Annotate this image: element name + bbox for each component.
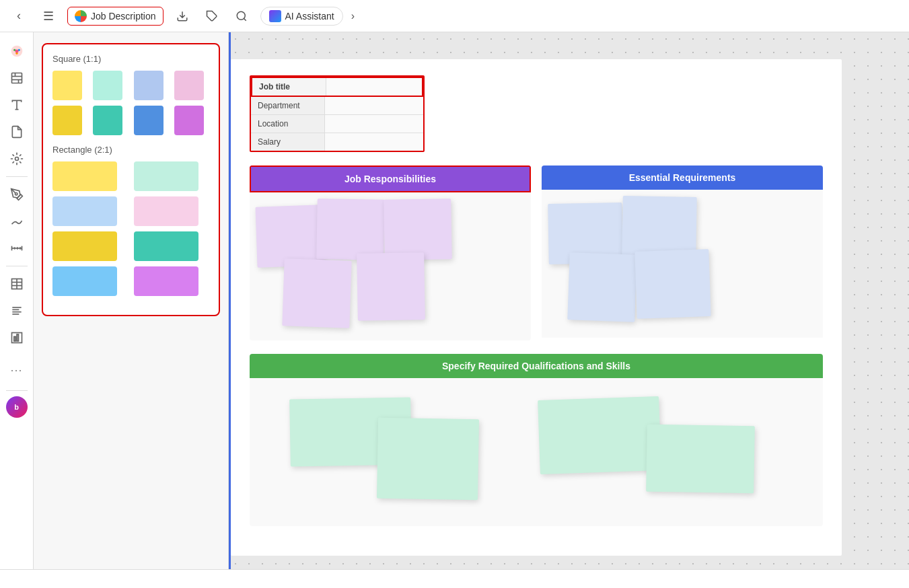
salary-row: Salary bbox=[251, 133, 423, 151]
frame-tool[interactable] bbox=[5, 66, 29, 90]
svg-line-2 bbox=[244, 18, 246, 20]
shapes-tool[interactable] bbox=[5, 147, 29, 171]
download-button[interactable] bbox=[172, 5, 193, 27]
square-mint[interactable] bbox=[93, 71, 122, 100]
expand-button[interactable]: › bbox=[351, 10, 355, 22]
responsibilities-section: Job Responsibilities bbox=[250, 166, 531, 340]
square-section-title: Square (1:1) bbox=[52, 54, 209, 64]
palette-tool[interactable] bbox=[5, 39, 29, 63]
salary-value bbox=[325, 133, 423, 151]
square-pink[interactable] bbox=[174, 71, 204, 100]
square-yellow[interactable] bbox=[52, 71, 82, 100]
shape-panel: Square (1:1) Rectangle (2:1) bbox=[34, 32, 229, 569]
text2-tool[interactable] bbox=[5, 299, 29, 323]
square-yellow2[interactable] bbox=[52, 106, 82, 135]
department-label: Department bbox=[251, 97, 325, 114]
tool-sidebar: ··· b bbox=[0, 32, 34, 569]
requirements-section: Essential Requirements bbox=[542, 166, 823, 340]
tab-title: Job Description bbox=[91, 11, 156, 22]
sticky-q2[interactable] bbox=[377, 418, 479, 501]
tag-button[interactable] bbox=[201, 5, 223, 27]
chart-tool[interactable] bbox=[5, 326, 29, 350]
bottom-bar bbox=[0, 569, 909, 588]
sticky-4[interactable] bbox=[282, 258, 351, 328]
responsibilities-body bbox=[250, 192, 531, 340]
rect-purple2[interactable] bbox=[134, 266, 198, 296]
sticky-q4[interactable] bbox=[646, 425, 755, 494]
rect-teal[interactable] bbox=[134, 231, 198, 261]
sticky-tool[interactable] bbox=[5, 120, 29, 144]
square-grid bbox=[52, 71, 209, 135]
shape-panel-inner: Square (1:1) Rectangle (2:1) bbox=[42, 43, 220, 316]
back-button[interactable]: ‹ bbox=[8, 5, 30, 27]
canvas-board: Job title Department Location Salary bbox=[231, 59, 842, 556]
svg-rect-8 bbox=[11, 73, 22, 83]
job-title-row: Job title bbox=[251, 77, 423, 97]
svg-point-7 bbox=[15, 50, 18, 53]
pen-tool[interactable] bbox=[5, 182, 29, 207]
rect-sky[interactable] bbox=[52, 266, 117, 296]
user-avatar[interactable]: b bbox=[6, 396, 28, 418]
square-blue[interactable] bbox=[134, 71, 163, 100]
sticky-q3[interactable] bbox=[538, 396, 661, 474]
sticky-5[interactable] bbox=[357, 252, 425, 321]
job-info-table: Job title Department Location Salary bbox=[250, 75, 425, 152]
document-tab[interactable]: Job Description bbox=[67, 7, 163, 26]
rect-lpink[interactable] bbox=[134, 196, 198, 226]
topbar: ‹ ☰ Job Description AI Assistant › bbox=[0, 0, 909, 32]
menu-button[interactable]: ☰ bbox=[38, 5, 59, 27]
qualifications-header: Specify Required Qualifications and Skil… bbox=[250, 354, 823, 378]
salary-label: Salary bbox=[251, 133, 325, 151]
rect-lblue[interactable] bbox=[52, 196, 117, 226]
rect-yellow[interactable] bbox=[52, 161, 117, 191]
table-tool[interactable] bbox=[5, 272, 29, 296]
main-area: ··· b Square (1:1) Rectangle (2:1) bbox=[0, 32, 909, 569]
sticky-2[interactable] bbox=[316, 198, 385, 260]
department-row: Department bbox=[251, 97, 423, 115]
text-tool[interactable] bbox=[5, 93, 29, 117]
doc-icon bbox=[75, 10, 87, 22]
rect-mint[interactable] bbox=[134, 161, 198, 191]
rect-section-title: Rectangle (2:1) bbox=[52, 145, 209, 155]
svg-rect-32 bbox=[13, 336, 15, 341]
location-value bbox=[325, 115, 423, 133]
svg-rect-33 bbox=[17, 334, 19, 341]
square-blue2[interactable] bbox=[134, 106, 163, 135]
sticky-r2[interactable] bbox=[622, 196, 697, 258]
ai-assistant-button[interactable]: AI Assistant bbox=[260, 7, 343, 26]
qualifications-section: Specify Required Qualifications and Skil… bbox=[250, 354, 823, 526]
rect-section bbox=[52, 161, 209, 296]
sticky-r3[interactable] bbox=[567, 252, 637, 322]
sticky-3[interactable] bbox=[384, 198, 452, 260]
square-teal[interactable] bbox=[93, 106, 122, 135]
requirements-header: Essential Requirements bbox=[542, 166, 823, 190]
location-label: Location bbox=[251, 115, 325, 133]
search-button[interactable] bbox=[231, 5, 252, 27]
rect-yellow2[interactable] bbox=[52, 231, 117, 261]
svg-point-15 bbox=[15, 157, 18, 161]
svg-point-16 bbox=[15, 193, 17, 195]
requirements-body bbox=[542, 190, 823, 338]
department-value bbox=[325, 97, 423, 114]
ai-label: AI Assistant bbox=[285, 11, 334, 22]
square-purple[interactable] bbox=[174, 106, 204, 135]
job-title-label: Job title bbox=[252, 78, 326, 96]
sticky-r4[interactable] bbox=[634, 249, 711, 319]
ai-icon bbox=[269, 10, 281, 22]
svg-point-1 bbox=[237, 11, 245, 20]
ruler-tool[interactable] bbox=[5, 236, 29, 260]
sections-row: Job Responsibilities Essential Require bbox=[250, 166, 823, 340]
freehand-tool[interactable] bbox=[5, 209, 29, 233]
canvas-area: Job title Department Location Salary bbox=[229, 32, 909, 569]
qualifications-body bbox=[250, 378, 823, 526]
responsibilities-header: Job Responsibilities bbox=[250, 166, 531, 192]
job-title-value bbox=[326, 78, 422, 96]
location-row: Location bbox=[251, 115, 423, 133]
more-tools[interactable]: ··· bbox=[5, 358, 29, 382]
